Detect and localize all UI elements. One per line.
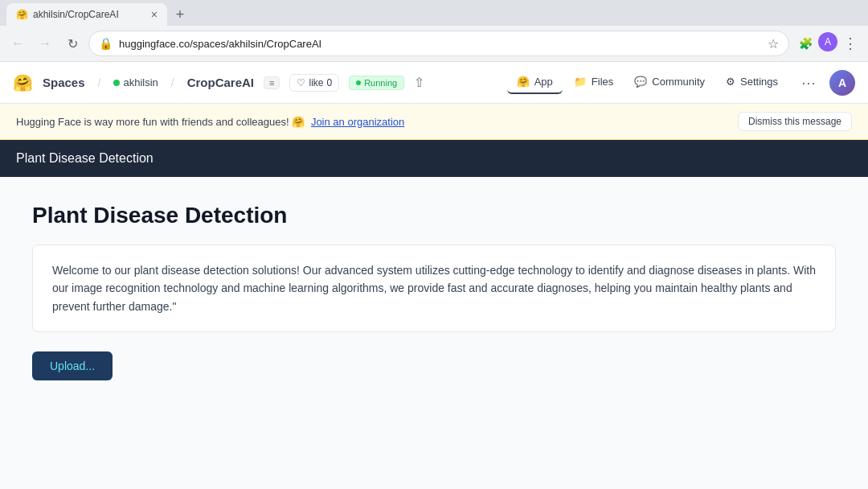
running-badge: Running [349, 76, 404, 90]
app-header: Plant Disease Detection [0, 140, 868, 177]
more-options-button[interactable]: ⋯ [797, 72, 820, 94]
description-box: Welcome to our plant disease detection s… [32, 244, 836, 332]
tab-favicon: 🤗 [16, 9, 28, 20]
new-tab-button[interactable]: + [169, 3, 191, 26]
toolbar-actions: 🧩 A ⋮ [794, 32, 862, 55]
banner-message: Hugging Face is way more fun with friend… [16, 116, 305, 128]
tab-close-button[interactable]: × [151, 8, 158, 21]
files-icon: 📁 [574, 76, 587, 88]
tab-settings-label: Settings [740, 76, 778, 88]
hf-user[interactable]: akhilsin [113, 76, 158, 88]
like-label: like [309, 77, 323, 88]
browser-tabs: 🤗 akhilsin/CropCareAI × + [0, 0, 868, 26]
app-icon: 🤗 [517, 76, 530, 88]
extensions-button[interactable]: 🧩 [794, 32, 817, 55]
tab-title: akhilsin/CropCareAI [33, 9, 119, 20]
app-header-title: Plant Disease Detection [16, 151, 154, 165]
banner-text: Hugging Face is way more fun with friend… [16, 116, 738, 128]
repo-name[interactable]: CropCareAI [187, 76, 254, 89]
join-org-link[interactable]: Join an organization [311, 116, 404, 128]
active-tab[interactable]: 🤗 akhilsin/CropCareAI × [6, 3, 167, 26]
lock-icon: 🔒 [99, 37, 113, 50]
tab-files[interactable]: 📁 Files [564, 71, 623, 94]
settings-icon: ⚙ [726, 76, 735, 88]
like-button[interactable]: ♡ like 0 [289, 74, 339, 92]
share-button[interactable]: ⇧ [414, 75, 424, 90]
repo-badge[interactable]: ≡ [264, 76, 280, 89]
nav-divider: / [98, 76, 101, 89]
avatar[interactable]: A [829, 70, 855, 96]
username: akhilsin [123, 76, 158, 88]
forward-button[interactable]: → [34, 32, 56, 55]
hf-logo[interactable]: 🤗 [13, 73, 33, 92]
tab-settings[interactable]: ⚙ Settings [716, 71, 788, 94]
back-button[interactable]: ← [6, 32, 29, 55]
hf-navigation: 🤗 Spaces / akhilsin / CropCareAI ≡ ♡ lik… [0, 62, 868, 104]
browser-chrome: 🤗 akhilsin/CropCareAI × + ← → ↻ 🔒 huggin… [0, 0, 868, 62]
like-icon: ♡ [297, 77, 305, 88]
nav-divider-2: / [171, 76, 174, 89]
tab-community-label: Community [652, 76, 705, 88]
tab-app[interactable]: 🤗 App [507, 71, 563, 94]
profile-button[interactable]: A [818, 32, 837, 51]
upload-button[interactable]: Upload... [32, 351, 113, 380]
menu-button[interactable]: ⋮ [839, 32, 862, 55]
hf-logo-icon: 🤗 [13, 73, 33, 92]
nav-tabs: 🤗 App 📁 Files 💬 Community ⚙ Settings [507, 71, 788, 94]
page-title: Plant Disease Detection [32, 203, 836, 228]
tab-files-label: Files [592, 76, 613, 88]
like-count: 0 [326, 77, 332, 88]
user-status-dot [113, 80, 120, 86]
reload-button[interactable]: ↻ [61, 32, 84, 55]
notification-banner: Hugging Face is way more fun with friend… [0, 104, 868, 140]
tab-app-label: App [534, 76, 553, 88]
star-icon[interactable]: ☆ [768, 36, 779, 51]
main-content: Plant Disease Detection Welcome to our p… [0, 177, 868, 489]
browser-toolbar: ← → ↻ 🔒 huggingface.co/spaces/akhilsin/C… [0, 26, 868, 61]
url-text: huggingface.co/spaces/akhilsin/CropCareA… [119, 38, 761, 50]
spaces-label[interactable]: Spaces [43, 76, 85, 89]
address-bar[interactable]: 🔒 huggingface.co/spaces/akhilsin/CropCar… [88, 31, 789, 56]
dismiss-button[interactable]: Dismiss this message [738, 112, 852, 131]
description-text: Welcome to our plant disease detection s… [52, 261, 816, 315]
tab-community[interactable]: 💬 Community [624, 71, 714, 94]
community-icon: 💬 [634, 76, 647, 88]
running-dot [356, 80, 361, 85]
running-label: Running [364, 78, 397, 88]
